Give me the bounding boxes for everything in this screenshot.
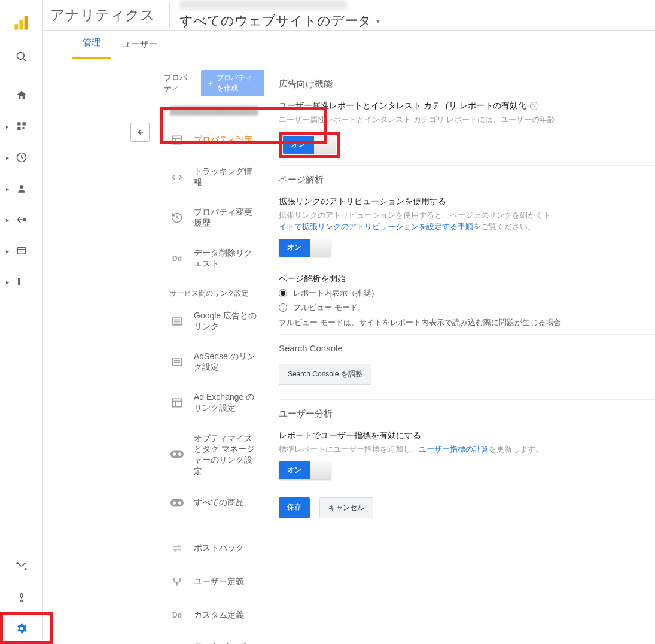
svg-rect-33 [170, 499, 184, 506]
help-icon[interactable]: ? [530, 102, 538, 110]
nav-adexchange-link[interactable]: Ad Exchange のリンク設定 [164, 382, 264, 423]
create-property-button[interactable]: ＋ プロパティを作成 [201, 70, 264, 96]
nav-label: データ削除リクエスト [194, 248, 258, 269]
start-analysis-label: ページ解析を開始 [279, 274, 655, 284]
enhanced-link-toggle[interactable]: オン [279, 239, 331, 257]
column-divider [334, 155, 334, 644]
toggle-on-label: オン [283, 136, 314, 154]
nav-label: データ インポート [194, 642, 258, 644]
link-icon [170, 496, 184, 510]
divider [279, 165, 655, 166]
plus-icon: ＋ [207, 78, 214, 89]
audience-icon[interactable] [7, 174, 36, 203]
discover-icon[interactable] [7, 583, 36, 612]
conversions-icon[interactable] [7, 268, 36, 296]
product-name: アナリティクス [50, 5, 155, 25]
user-metrics-toggle[interactable]: オン [279, 461, 331, 479]
nav-custom-definitions[interactable]: Dd カスタム定義 [164, 599, 264, 632]
chevron-down-icon: ▾ [376, 17, 380, 25]
toggle-knob [314, 136, 336, 154]
enhanced-link-doc-link[interactable]: イトで拡張リンクのアトリビューションを設定する手順 [279, 222, 473, 231]
nav-label: すべての商品 [194, 497, 244, 508]
nav-label: トラッキング情報 [194, 166, 258, 188]
view-name: すべてのウェブサイトのデータ [179, 12, 371, 30]
nav-label: Google 広告とのリンク [194, 311, 258, 332]
svg-rect-26 [174, 362, 180, 363]
behavior-icon[interactable] [7, 236, 36, 265]
svg-point-10 [20, 185, 23, 189]
attribution-icon[interactable] [7, 552, 36, 581]
nav-label: カスタム定義 [194, 610, 244, 621]
create-property-label: プロパティを作成 [217, 73, 258, 93]
section-user-analysis: ユーザー分析 [279, 408, 655, 420]
column-title: プロパティ [164, 72, 194, 94]
toggle-on-label: オン [279, 461, 310, 479]
dd-icon: Dd [170, 608, 184, 622]
admin-tabs: 管理 ユーザー [43, 31, 655, 59]
property-name-redacted: ████████████████ [170, 106, 264, 115]
home-icon[interactable] [7, 81, 36, 110]
nav-label: Ad Exchange のリンク設定 [194, 392, 258, 414]
svg-rect-6 [22, 122, 25, 125]
svg-rect-8 [22, 127, 24, 129]
search-console-adjust-button[interactable]: Search Console を調整 [279, 364, 371, 385]
cancel-button[interactable]: キャンセル [319, 497, 373, 518]
branch-icon [170, 575, 184, 589]
user-metrics-label: レポートでユーザー指標を有効にする [279, 430, 655, 441]
svg-point-3 [17, 53, 24, 60]
nav-tracking-info[interactable]: トラッキング情報 [164, 157, 264, 198]
svg-rect-1 [19, 20, 23, 29]
section-ad-features: 広告向け機能 [279, 78, 655, 90]
svg-rect-2 [24, 16, 28, 29]
app-header: アナリティクス すべてのウェブサイトのデータ ▾ [43, 0, 655, 31]
toggle-knob [310, 461, 331, 479]
user-metrics-desc: 標準レポートにユーザー指標を追加し、ユーザー指標の計算を更新します。 [279, 443, 655, 455]
demographics-toggle[interactable]: オン [283, 136, 336, 154]
toggle-on-label: オン [279, 239, 310, 257]
view-selector[interactable]: すべてのウェブサイトのデータ ▾ [179, 12, 380, 30]
nav-adsense-link[interactable]: AdSense のリンク設定 [164, 342, 264, 382]
radio-in-report[interactable]: レポート内表示（推奨） [279, 288, 655, 299]
nav-change-history[interactable]: プロパティ変更履歴 [164, 198, 264, 238]
nav-all-products[interactable]: すべての商品 [164, 486, 264, 520]
swap-icon [170, 541, 184, 555]
nav-optimize-link[interactable]: オプティマイズとタグ マネージャーのリンク設定 [164, 423, 264, 486]
tab-admin[interactable]: 管理 [72, 29, 111, 59]
nav-label: プロパティ設定 [194, 135, 252, 145]
svg-rect-27 [173, 399, 182, 406]
svg-point-14 [17, 563, 19, 564]
customization-icon[interactable] [7, 112, 36, 141]
svg-point-32 [178, 453, 182, 457]
highlight-box-toggle: オン [279, 132, 340, 158]
realtime-icon[interactable] [7, 143, 36, 172]
nav-user-defined[interactable]: ユーザー定義 [164, 565, 264, 599]
demographics-desc: ユーザー属性レポートとインタレスト カテゴリ レポートには、ユーザーの年齢 [279, 114, 655, 126]
history-icon [170, 211, 184, 225]
nav-google-ads-link[interactable]: Google 広告とのリンク [164, 301, 264, 342]
nav-postback[interactable]: ポストバック [164, 531, 264, 565]
acquisition-icon[interactable] [7, 205, 36, 234]
tab-user[interactable]: ユーザー [111, 31, 169, 59]
svg-point-11 [23, 218, 25, 220]
radio-full-view[interactable]: フルビュー モード [279, 302, 655, 313]
divider [169, 2, 170, 28]
nav-property-settings[interactable]: プロパティ設定 [164, 123, 264, 157]
link-icon [170, 447, 184, 461]
svg-point-15 [25, 569, 26, 570]
layout-icon [170, 396, 184, 410]
save-button[interactable]: 保存 [279, 497, 310, 518]
svg-rect-0 [14, 24, 18, 29]
user-metrics-doc-link[interactable]: ユーザー指標の計算 [419, 445, 489, 454]
back-button[interactable] [130, 123, 150, 142]
radio-label: レポート内表示（推奨） [293, 288, 379, 299]
nav-label: プロパティ変更履歴 [194, 207, 258, 229]
list-icon [170, 314, 184, 329]
analytics-logo-icon [13, 14, 30, 33]
section-search-console: Search Console [279, 343, 655, 353]
divider [279, 399, 655, 400]
section-page-analysis: ページ解析 [279, 174, 655, 186]
nav-data-import[interactable]: Dd データ インポート [164, 632, 264, 644]
nav-data-deletion[interactable]: Dd データ削除リクエスト [164, 238, 264, 279]
search-icon[interactable] [7, 42, 36, 71]
code-icon [170, 170, 184, 184]
